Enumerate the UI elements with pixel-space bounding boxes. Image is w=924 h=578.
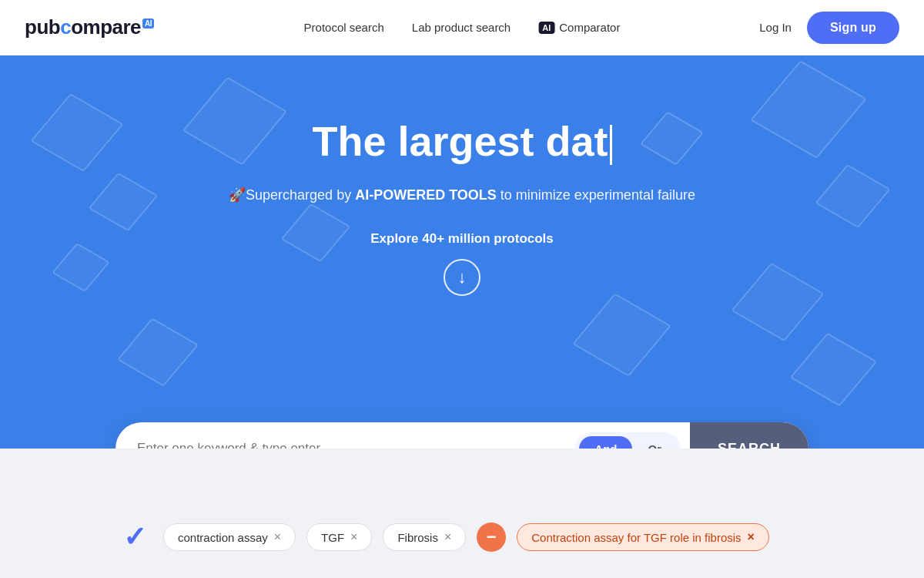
scroll-down-button[interactable]: ↓: [444, 259, 480, 296]
ai-suggestion-tag[interactable]: Contraction assay for TGF role in fibros…: [517, 523, 769, 551]
search-container: And Or SEARCH: [116, 422, 808, 449]
subtitle-bold: AI-POWERED TOOLS: [355, 187, 497, 203]
ai-badge: AI: [142, 18, 154, 29]
checkmark-icon: ✓: [123, 521, 146, 553]
tag-remove-icon[interactable]: ×: [444, 530, 451, 544]
ai-suggestion-label: Contraction assay for TGF role in fibros…: [531, 531, 741, 544]
toggle-or-button[interactable]: Or: [632, 436, 677, 449]
navbar-right: Log In Sign up: [759, 12, 899, 44]
subtitle-emoji: 🚀: [229, 187, 246, 203]
tag-tgf[interactable]: TGF ×: [306, 523, 372, 551]
search-toggle-group: And Or: [575, 432, 681, 449]
minus-icon: −: [487, 527, 497, 547]
cursor: [610, 125, 612, 165]
tags-section: ✓ contraction assay × TGF × Fibrosis × −…: [0, 449, 924, 578]
hero-subtitle: 🚀Supercharged by AI-POWERED TOOLS to min…: [229, 187, 695, 203]
tag-fibrosis[interactable]: Fibrosis ×: [383, 523, 466, 551]
toggle-and-button[interactable]: And: [579, 436, 632, 449]
ai-comparator-icon: AI: [538, 22, 554, 34]
search-input[interactable]: [116, 422, 575, 449]
subtitle-prefix: Supercharged by: [246, 187, 355, 203]
login-link[interactable]: Log In: [759, 21, 792, 34]
hero-title: The largest dat: [312, 117, 611, 165]
nav-comparator[interactable]: AI Comparator: [538, 21, 620, 34]
logo-area: pubcompareAI: [25, 15, 154, 39]
navbar: pubcompareAI Protocol search Lab product…: [0, 0, 924, 55]
nav-links: Protocol search Lab product search AI Co…: [304, 21, 621, 34]
search-bar: And Or SEARCH: [116, 422, 808, 449]
logo[interactable]: pubcompareAI: [25, 15, 154, 39]
subtitle-suffix: to minimize experimental failure: [497, 187, 695, 203]
signup-button[interactable]: Sign up: [807, 12, 899, 44]
search-button[interactable]: SEARCH: [690, 422, 808, 449]
explore-text: Explore 40+ million protocols: [370, 231, 554, 247]
tag-label: contraction assay: [178, 531, 268, 544]
tag-remove-icon[interactable]: ×: [350, 530, 357, 544]
down-arrow-icon: ↓: [458, 269, 467, 286]
cubes-background: [0, 55, 924, 449]
nav-lab-product-search[interactable]: Lab product search: [412, 21, 511, 34]
comparator-label: Comparator: [559, 21, 620, 34]
minus-button[interactable]: −: [477, 523, 506, 552]
tag-label: Fibrosis: [397, 531, 438, 544]
tag-remove-icon[interactable]: ×: [274, 530, 281, 544]
tag-label: TGF: [321, 531, 344, 544]
ai-suggestion-remove-icon[interactable]: ×: [748, 530, 755, 544]
nav-protocol-search[interactable]: Protocol search: [304, 21, 384, 34]
tag-contraction-assay[interactable]: contraction assay ×: [163, 523, 296, 551]
hero-section: The largest dat 🚀Supercharged by AI-POWE…: [0, 55, 924, 449]
